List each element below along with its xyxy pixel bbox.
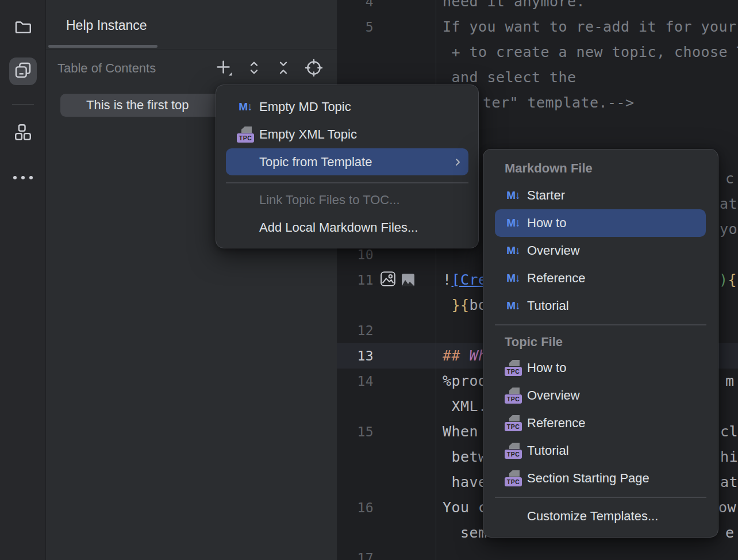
- menu-item-label: Tutorial: [527, 443, 569, 458]
- submenu-item-tpc-overview[interactable]: TPC Overview: [483, 382, 718, 409]
- code-text[interactable]: have: [443, 470, 487, 495]
- code-text[interactable]: ter" template.-->: [483, 90, 635, 116]
- menu-item-topic-from-template[interactable]: Topic from Template: [216, 148, 478, 175]
- markdown-icon: M↓: [505, 300, 522, 312]
- submenu-item-md-reference[interactable]: M↓ Reference: [483, 264, 718, 292]
- code-text[interactable]: sem: [443, 520, 487, 546]
- menu-item-empty-xml-topic[interactable]: TPC Empty XML Topic: [216, 121, 478, 148]
- code-segment: {: [728, 271, 737, 288]
- code-text: yo: [720, 217, 737, 242]
- line-number: 11: [337, 267, 374, 293]
- code-text: ow: [718, 495, 736, 520]
- code-text[interactable]: ![Cre: [443, 267, 487, 293]
- line-number: 14: [337, 369, 374, 394]
- ellipsis-icon: [13, 176, 33, 179]
- submenu-item-md-overview[interactable]: M↓ Overview: [483, 237, 718, 264]
- code-text: hi: [720, 444, 738, 470]
- code-text[interactable]: XML.: [443, 394, 487, 419]
- markdown-icon: M↓: [236, 101, 255, 113]
- markdown-icon: M↓: [505, 272, 522, 285]
- collapse-all-icon: [275, 59, 292, 79]
- folder-icon: [13, 17, 33, 39]
- image-thumbnail-icon[interactable]: [402, 274, 414, 286]
- line-number: 13: [337, 343, 374, 369]
- menu-item-label: Reference: [527, 271, 586, 286]
- submenu-header-topic-file: Topic File: [505, 335, 563, 350]
- new-topic-context-menu: M↓ Empty MD Topic TPC Empty XML Topic To…: [216, 85, 479, 248]
- line-number: 15: [337, 419, 374, 444]
- menu-separator: [226, 182, 468, 183]
- markdown-icon: M↓: [505, 244, 522, 257]
- help-instances-button[interactable]: [9, 57, 37, 85]
- topic-icon: TPC: [505, 443, 522, 459]
- editor-row: 17: [337, 546, 738, 560]
- code-segment: }{: [452, 297, 470, 313]
- code-text[interactable]: When: [443, 419, 487, 444]
- code-text[interactable]: betw: [443, 444, 487, 470]
- editor-row: + to create a new topic, choose T: [337, 40, 738, 65]
- line-number: 17: [337, 546, 374, 560]
- submenu-item-md-how-to[interactable]: M↓ How to: [483, 209, 718, 237]
- code-text[interactable]: + to create a new topic, choose T: [443, 40, 738, 65]
- submenu-item-tpc-how-to[interactable]: TPC How to: [483, 354, 718, 382]
- menu-item-label: Reference: [527, 416, 586, 431]
- menu-separator: [495, 324, 706, 325]
- left-toolbar: [0, 0, 46, 560]
- topic-icon: TPC: [505, 360, 522, 376]
- submenu-item-customize-templates[interactable]: Customize Templates...: [483, 503, 718, 530]
- submenu-item-starter[interactable]: M↓ Starter: [483, 182, 718, 209]
- code-text: at: [720, 470, 738, 495]
- crosshair-icon: [305, 59, 323, 79]
- collapse-all-button[interactable]: [273, 59, 294, 79]
- markdown-icon: M↓: [505, 217, 522, 229]
- project-folder-button[interactable]: [9, 14, 37, 42]
- submenu-header-markdown-file: Markdown File: [505, 161, 593, 176]
- submenu-item-section-starting-page[interactable]: TPC Section Starting Page: [483, 465, 718, 492]
- menu-item-link-topic-files: Link Topic Files to TOC...: [216, 187, 478, 213]
- code-text: ){: [719, 267, 737, 293]
- rail-divider: [12, 104, 34, 105]
- submenu-item-md-tutorial[interactable]: M↓ Tutorial: [483, 292, 718, 320]
- structure-button[interactable]: [9, 120, 37, 147]
- add-topic-button[interactable]: [214, 59, 235, 79]
- submenu-item-tpc-tutorial[interactable]: TPC Tutorial: [483, 437, 718, 465]
- menu-item-label: Tutorial: [527, 298, 569, 313]
- topic-icon: TPC: [505, 388, 522, 404]
- structure-icon: [13, 122, 33, 144]
- menu-item-label: Overview: [527, 388, 580, 403]
- tool-window-header: Help Instance: [46, 0, 337, 49]
- menu-item-label: Empty XML Topic: [259, 127, 357, 142]
- more-tool-windows-button[interactable]: [9, 164, 37, 191]
- code-segment: ): [719, 271, 728, 288]
- locate-opened-file-button[interactable]: [303, 59, 324, 79]
- menu-item-add-local-markdown-files[interactable]: Add Local Markdown Files...: [216, 215, 478, 240]
- expand-all-button[interactable]: [244, 59, 264, 79]
- line11-gutter: [379, 270, 414, 290]
- code-text: e: [725, 520, 735, 546]
- markdown-icon: M↓: [505, 189, 522, 202]
- code-text[interactable]: ## Wh: [443, 343, 487, 369]
- code-text[interactable]: You c: [443, 495, 487, 520]
- topic-icon: TPC: [236, 126, 255, 143]
- link-text[interactable]: [Cre: [452, 271, 487, 288]
- code-segment: !: [443, 271, 452, 288]
- code-text[interactable]: }{bo: [443, 293, 487, 318]
- app-root: Help Instance Table of Contents: [0, 0, 738, 560]
- code-text[interactable]: If you want to re-add it for your: [443, 14, 737, 40]
- code-text: c: [725, 166, 735, 191]
- heading-marker: ##: [443, 347, 470, 364]
- submenu-arrow-icon: [453, 158, 462, 167]
- menu-item-label: Topic from Template: [259, 155, 372, 170]
- code-text[interactable]: %prod: [443, 369, 487, 394]
- menu-item-label: Empty MD Topic: [259, 99, 351, 114]
- menu-item-empty-md-topic[interactable]: M↓ Empty MD Topic: [216, 93, 478, 121]
- menu-item-label: Overview: [527, 243, 580, 258]
- image-preview-icon[interactable]: [379, 270, 397, 290]
- instances-icon: [13, 60, 33, 82]
- submenu-item-tpc-reference[interactable]: TPC Reference: [483, 409, 718, 437]
- menu-item-label: How to: [527, 216, 566, 231]
- menu-item-label: Section Starting Page: [527, 471, 649, 486]
- code-text[interactable]: need it anymore.: [443, 0, 585, 14]
- menu-item-label: Starter: [527, 188, 565, 203]
- plus-dropdown-icon: [214, 58, 234, 80]
